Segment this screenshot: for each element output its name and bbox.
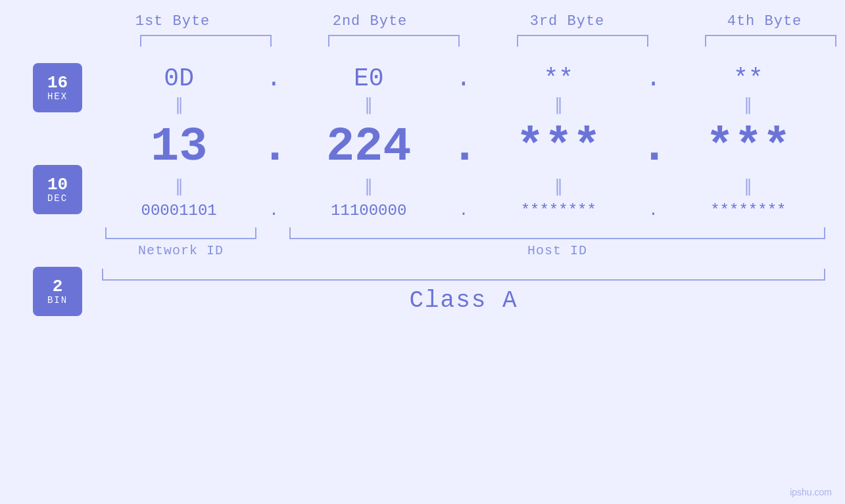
class-label: Class A bbox=[102, 287, 825, 314]
hex-b3: ** bbox=[486, 64, 631, 93]
bin-dot-1: . bbox=[260, 202, 287, 219]
bin-b4: ******** bbox=[676, 202, 821, 219]
bin-b1: 00001101 bbox=[107, 202, 251, 219]
hex-b2: E0 bbox=[297, 64, 441, 93]
eq2-b1: ∥ bbox=[107, 176, 251, 197]
dec-b2: 224 bbox=[297, 120, 441, 174]
eq2-b3: ∥ bbox=[486, 176, 631, 197]
content-area: 16 HEX 10 DEC 2 BIN 0D . E0 . ** . ** bbox=[0, 57, 845, 316]
byte-headers: 1st Byte 2nd Byte 3rd Byte 4th Byte bbox=[74, 13, 846, 30]
host-id-label: Host ID bbox=[289, 243, 825, 258]
bin-dot-2: . bbox=[450, 202, 477, 219]
hex-dot-1: . bbox=[260, 64, 287, 93]
hex-b1: 0D bbox=[107, 64, 251, 93]
bin-number: 2 bbox=[53, 278, 63, 295]
bin-badge: 2 BIN bbox=[33, 267, 82, 316]
byte-header-1: 1st Byte bbox=[91, 13, 255, 30]
dec-number: 10 bbox=[47, 176, 68, 193]
bracket-2 bbox=[328, 35, 460, 47]
dec-b4: *** bbox=[676, 120, 821, 174]
network-bracket bbox=[105, 227, 256, 239]
byte-header-3: 3rd Byte bbox=[485, 13, 650, 30]
dec-dot-2: . bbox=[450, 124, 477, 171]
network-id-label: Network ID bbox=[105, 243, 256, 258]
base-labels: 16 HEX 10 DEC 2 BIN bbox=[33, 63, 82, 316]
byte-header-2: 2nd Byte bbox=[288, 13, 452, 30]
dec-name: DEC bbox=[47, 193, 68, 204]
eq2-b4: ∥ bbox=[676, 176, 821, 197]
hex-row: 0D . E0 . ** . ** bbox=[102, 64, 825, 93]
dec-b1: 13 bbox=[107, 120, 251, 174]
hex-dot-2: . bbox=[450, 64, 477, 93]
eq1-b3: ∥ bbox=[486, 95, 631, 116]
hex-number: 16 bbox=[47, 74, 68, 91]
top-brackets bbox=[140, 35, 837, 47]
ip-grid: 0D . E0 . ** . ** ∥ ∥ ∥ ∥ 13 . bbox=[102, 57, 825, 316]
byte-header-4: 4th Byte bbox=[683, 13, 846, 30]
bin-name: BIN bbox=[47, 295, 68, 306]
eq1-b4: ∥ bbox=[676, 95, 821, 116]
full-bracket bbox=[102, 269, 825, 281]
hex-b4: ** bbox=[676, 64, 821, 93]
watermark: ipshu.com bbox=[790, 487, 832, 497]
dec-row: 13 . 224 . *** . *** bbox=[102, 120, 825, 174]
bin-b3: ******** bbox=[486, 202, 631, 219]
main-container: 1st Byte 2nd Byte 3rd Byte 4th Byte 16 H… bbox=[0, 0, 845, 504]
hex-dot-3: . bbox=[640, 64, 667, 93]
eq1-b1: ∥ bbox=[107, 95, 251, 116]
host-bracket bbox=[289, 227, 825, 239]
bracket-1 bbox=[140, 35, 272, 47]
dec-dot-1: . bbox=[260, 124, 287, 171]
id-labels-row: Network ID Host ID bbox=[102, 243, 825, 258]
bracket-4 bbox=[705, 35, 836, 47]
bin-dot-3: . bbox=[640, 202, 667, 219]
bracket-3 bbox=[517, 35, 648, 47]
bin-b2: 11100000 bbox=[297, 202, 441, 219]
equals-row-1: ∥ ∥ ∥ ∥ bbox=[102, 93, 825, 118]
dec-badge: 10 DEC bbox=[33, 165, 82, 214]
hex-name: HEX bbox=[47, 91, 68, 102]
eq2-b2: ∥ bbox=[297, 176, 441, 197]
dec-dot-3: . bbox=[640, 124, 667, 171]
bin-row: 00001101 . 11100000 . ******** . *******… bbox=[102, 202, 825, 219]
bottom-brackets-row bbox=[102, 227, 825, 239]
dec-b3: *** bbox=[486, 120, 631, 174]
hex-badge: 16 HEX bbox=[33, 63, 82, 112]
equals-row-2: ∥ ∥ ∥ ∥ bbox=[102, 174, 825, 199]
eq1-b2: ∥ bbox=[297, 95, 441, 116]
